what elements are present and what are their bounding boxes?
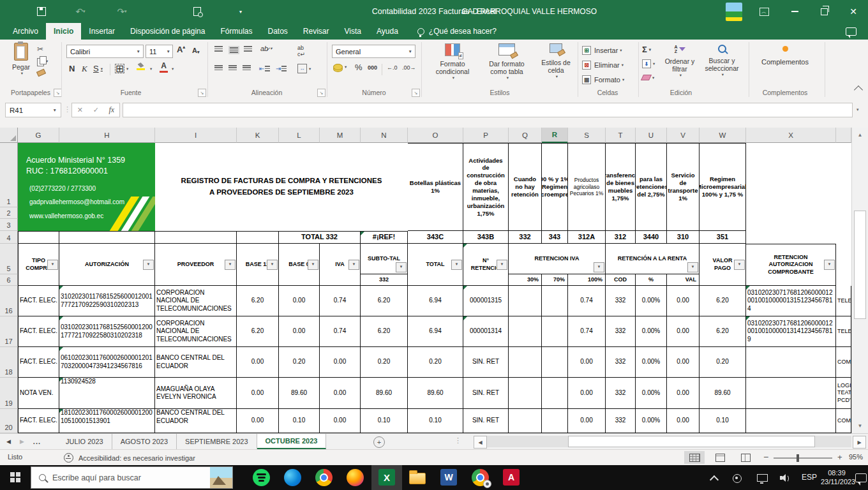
filter-icon[interactable]: ▼ (143, 260, 154, 270)
cell-ret-autorizacion[interactable] (746, 409, 836, 433)
cell-n-retencion[interactable]: SIN. RET (463, 347, 509, 378)
cell-cod[interactable]: 332 (606, 286, 636, 316)
row-header-1[interactable]: 1 (0, 143, 18, 207)
borders-icon[interactable]: ⊞▾ (115, 64, 128, 73)
find-select-button[interactable]: Buscar y seleccionar▾ (702, 45, 742, 77)
expand-formula-bar-icon[interactable]: ▾ (857, 107, 859, 112)
cell-iva[interactable]: 0.00 (320, 409, 361, 433)
col-header-U[interactable]: U (636, 128, 667, 143)
vertical-scrollbar[interactable]: ▲ ▼ (851, 128, 868, 433)
header-iva[interactable]: IVA▼ (320, 244, 361, 286)
addins-button[interactable]: Complementos (761, 46, 809, 66)
align-center-icon[interactable] (228, 65, 237, 71)
number-format-select[interactable]: General▼ (332, 45, 415, 58)
header-retencion-iva[interactable]: RETENCION IVA▼ (509, 244, 606, 274)
row-header-17[interactable]: 17 (0, 316, 18, 347)
increase-indent-icon[interactable]: ⇥ (276, 65, 287, 72)
tab-ayuda[interactable]: Ayuda (369, 23, 406, 40)
cell-proveedor[interactable]: BANCO CENTRAL DEL ECUADOR (155, 347, 237, 378)
format-painter-icon[interactable] (37, 70, 45, 75)
start-button[interactable] (0, 465, 31, 490)
cell-subtotal[interactable]: 6.20 (361, 286, 408, 316)
cell-ret-autorizacion[interactable]: 0310202307176812060000120010010000013141… (746, 316, 836, 347)
row-header-19[interactable]: 19 (0, 378, 18, 409)
sheet-nav-right-icon[interactable]: ▶ (20, 438, 24, 445)
cell-ret-autorizacion[interactable] (746, 347, 836, 378)
hscroll-right-icon[interactable]: ▶ (853, 436, 866, 449)
cell-styles-button[interactable]: Estilos de celda▾ (536, 43, 576, 79)
excel-icon[interactable]: X (378, 469, 396, 486)
header-pct[interactable]: % (636, 274, 667, 286)
tab-disposicion[interactable]: Disposición de página (123, 23, 213, 40)
word-icon[interactable]: W (440, 469, 458, 486)
acrobat-icon[interactable]: A (503, 469, 520, 486)
cell-H4[interactable] (59, 231, 155, 244)
header-30[interactable]: 30% (509, 274, 542, 286)
spotify-icon[interactable] (253, 469, 270, 486)
cell-val[interactable]: 0.00 (667, 347, 700, 378)
cell-tipo[interactable]: FACT. ELEC. (18, 409, 59, 433)
filter-icon[interactable]: ▼ (225, 260, 236, 270)
filter-icon[interactable]: ▼ (594, 262, 604, 272)
cell-extra[interactable]: TELEF (836, 316, 851, 347)
zoom-slider-thumb[interactable] (797, 454, 799, 462)
cell-ret100[interactable]: 0.74 (568, 316, 606, 347)
cell-n-retencion[interactable]: 000001314 (463, 316, 509, 347)
fill-color-icon[interactable] (137, 63, 145, 70)
filter-icon[interactable]: ▼ (308, 260, 318, 270)
filter-icon[interactable]: ▼ (497, 260, 507, 270)
font-name-select[interactable]: Calibri▼ (66, 45, 144, 58)
code-312[interactable]: 312 (606, 231, 636, 244)
cell-G4[interactable] (18, 231, 59, 244)
row-header-18[interactable]: 18 (0, 347, 18, 378)
filter-icon[interactable]: ▼ (47, 260, 58, 270)
conditional-format-button[interactable]: Formato condicional▾ (426, 43, 479, 80)
align-top-icon[interactable] (214, 46, 223, 52)
cell-autorizacion[interactable]: 3102023011768152560001200177721709225903… (59, 286, 155, 316)
comma-style-icon[interactable]: 000 (368, 64, 377, 71)
col-header-H[interactable]: H (59, 128, 155, 143)
cell-base12[interactable]: 0.00 (237, 378, 279, 409)
tax-header-regimen-micro[interactable]: Regimen Microempresarial: 100% y 1,75 % (700, 143, 746, 231)
cell-pct[interactable]: 0.00% (636, 409, 667, 433)
cell-pct[interactable]: 0.00% (636, 347, 667, 378)
cell-base12[interactable]: 6.20 (237, 316, 279, 347)
cell-proveedor[interactable]: AMAGUAÑA OLAYA EVELYN VERONICA (155, 378, 237, 409)
code-310[interactable]: 310 (667, 231, 700, 244)
formula-bar-splitter[interactable]: ⋮ (64, 105, 71, 114)
align-left-icon[interactable] (214, 65, 223, 71)
cell-tipo[interactable]: FACT. ELEC. (18, 286, 59, 316)
sort-filter-button[interactable]: AZ Ordenar y filtrar▾ (661, 45, 698, 78)
filter-icon[interactable]: ▼ (734, 260, 745, 270)
col-header-Q[interactable]: Q (509, 128, 542, 143)
notifications-icon[interactable] (855, 473, 867, 482)
cell-total-332[interactable]: TOTAL 332 (279, 231, 361, 244)
cell-ret30[interactable] (509, 378, 542, 409)
col-header-V[interactable]: V (667, 128, 700, 143)
cell-valor-pago[interactable]: 0.10 (700, 409, 746, 433)
row-header-6[interactable]: 6 (0, 274, 18, 286)
page-break-view-icon[interactable] (735, 451, 756, 464)
accounting-format-icon[interactable]: ▾ (333, 64, 347, 70)
underline-button[interactable]: S▾ (93, 64, 103, 73)
account-logo[interactable] (726, 3, 742, 21)
header-retencion-renta[interactable]: RETENCIÓN A LA RENTA▼ (606, 244, 700, 274)
alignment-dialog-launcher[interactable]: ↘ (317, 89, 326, 97)
cell-ret30[interactable] (509, 409, 542, 433)
cell-base12[interactable]: 6.20 (237, 286, 279, 316)
font-color-icon[interactable]: A (160, 61, 168, 73)
language-indicator[interactable]: ESP (802, 473, 817, 482)
code-351[interactable]: 351 (700, 231, 746, 244)
cell-tipo[interactable]: NOTA VEN. (18, 378, 59, 409)
cell-ret70[interactable] (542, 378, 568, 409)
decrease-decimal-icon[interactable]: .00→ (402, 64, 416, 71)
filter-icon[interactable]: ▼ (451, 260, 462, 270)
cell-n-retencion[interactable]: SIN. RET (463, 409, 509, 433)
code-332[interactable]: 332 (509, 231, 542, 244)
undo-icon[interactable]: ↶▾ (73, 6, 87, 17)
network-icon[interactable] (757, 474, 768, 482)
code-343[interactable]: 343 (542, 231, 568, 244)
row-header-20[interactable]: 20 (0, 409, 18, 433)
decrease-indent-icon[interactable]: ⇤ (259, 65, 270, 72)
col-header-K[interactable]: K (237, 128, 279, 143)
